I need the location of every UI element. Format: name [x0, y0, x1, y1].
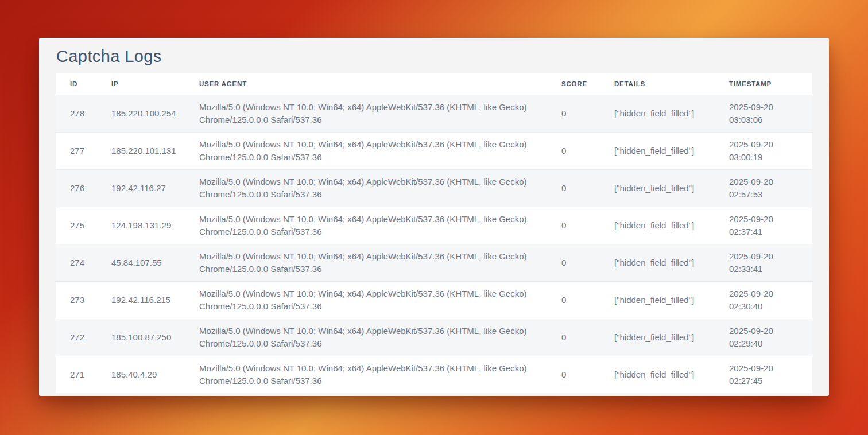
table-row: 27445.84.107.55Mozilla/5.0 (Windows NT 1… [56, 244, 812, 281]
column-header-ip: IP [97, 73, 185, 95]
cell-id: 273 [56, 281, 97, 319]
cell-details: ["hidden_field_filled"] [600, 132, 715, 169]
table-header-row: IDIPUSER AGENTSCOREDETAILSTIMESTAMP [56, 73, 812, 95]
cell-user-agent: Mozilla/5.0 (Windows NT 10.0; Win64; x64… [185, 356, 547, 393]
cell-id: 272 [56, 319, 97, 356]
cell-score: 0 [547, 207, 600, 244]
cell-timestamp: 2025-09-20 02:37:41 [715, 207, 812, 244]
cell-user-agent: Mozilla/5.0 (Windows NT 10.0; Win64; x64… [185, 95, 547, 132]
cell-details: ["hidden_field_filled"] [600, 319, 715, 356]
cell-id: 274 [56, 244, 97, 281]
cell-user-agent: Mozilla/5.0 (Windows NT 10.0; Win64; x64… [185, 207, 547, 244]
column-header-score: SCORE [547, 73, 600, 95]
column-header-user-agent: USER AGENT [185, 73, 547, 95]
cell-id: 278 [56, 95, 97, 132]
column-header-details: DETAILS [600, 73, 715, 95]
cell-score: 0 [547, 169, 600, 207]
cell-ip: 45.84.107.55 [97, 244, 185, 281]
column-header-id: ID [56, 73, 97, 95]
cell-details: ["hidden_field_filled"] [600, 169, 715, 207]
cell-user-agent: Mozilla/5.0 (Windows NT 10.0; Win64; x64… [185, 169, 547, 207]
page-title: Captcha Logs [56, 38, 812, 73]
table-row: 278185.220.100.254Mozilla/5.0 (Windows N… [56, 95, 812, 132]
cell-details: ["hidden_field_filled"] [600, 281, 715, 319]
cell-details: ["hidden_field_filled"] [600, 244, 715, 281]
cell-ip: 192.42.116.215 [97, 281, 185, 319]
cell-score: 0 [547, 244, 600, 281]
cell-id: 277 [56, 132, 97, 169]
cell-ip: 192.42.116.27 [97, 169, 185, 207]
cell-ip: 124.198.131.29 [97, 207, 185, 244]
cell-ip: 185.40.4.29 [97, 356, 185, 393]
captcha-logs-card: Captcha Logs IDIPUSER AGENTSCOREDETAILST… [39, 38, 829, 396]
cell-timestamp: 2025-09-20 03:00:19 [715, 132, 812, 169]
cell-details: ["hidden_field_filled"] [600, 356, 715, 393]
table-row: 272185.100.87.250Mozilla/5.0 (Windows NT… [56, 319, 812, 356]
captcha-logs-table: IDIPUSER AGENTSCOREDETAILSTIMESTAMP 2781… [56, 73, 812, 393]
cell-score: 0 [547, 281, 600, 319]
cell-timestamp: 2025-09-20 02:29:40 [715, 319, 812, 356]
cell-id: 275 [56, 207, 97, 244]
cell-user-agent: Mozilla/5.0 (Windows NT 10.0; Win64; x64… [185, 132, 547, 169]
cell-score: 0 [547, 319, 600, 356]
table-row: 271185.40.4.29Mozilla/5.0 (Windows NT 10… [56, 356, 812, 393]
cell-ip: 185.100.87.250 [97, 319, 185, 356]
cell-user-agent: Mozilla/5.0 (Windows NT 10.0; Win64; x64… [185, 319, 547, 356]
cell-timestamp: 2025-09-20 03:03:06 [715, 95, 812, 132]
table-row: 275124.198.131.29Mozilla/5.0 (Windows NT… [56, 207, 812, 244]
cell-user-agent: Mozilla/5.0 (Windows NT 10.0; Win64; x64… [185, 244, 547, 281]
cell-score: 0 [547, 95, 600, 132]
captcha-logs-table-container: IDIPUSER AGENTSCOREDETAILSTIMESTAMP 2781… [56, 73, 812, 393]
cell-timestamp: 2025-09-20 02:27:45 [715, 356, 812, 393]
cell-details: ["hidden_field_filled"] [600, 207, 715, 244]
column-header-timestamp: TIMESTAMP [715, 73, 812, 95]
cell-id: 271 [56, 356, 97, 393]
cell-user-agent: Mozilla/5.0 (Windows NT 10.0; Win64; x64… [185, 281, 547, 319]
cell-score: 0 [547, 132, 600, 169]
cell-timestamp: 2025-09-20 02:57:53 [715, 169, 812, 207]
cell-timestamp: 2025-09-20 02:33:41 [715, 244, 812, 281]
cell-score: 0 [547, 356, 600, 393]
cell-timestamp: 2025-09-20 02:30:40 [715, 281, 812, 319]
cell-id: 276 [56, 169, 97, 207]
cell-details: ["hidden_field_filled"] [600, 95, 715, 132]
page-background: Captcha Logs IDIPUSER AGENTSCOREDETAILST… [0, 0, 868, 435]
cell-ip: 185.220.101.131 [97, 132, 185, 169]
table-row: 277185.220.101.131Mozilla/5.0 (Windows N… [56, 132, 812, 169]
table-row: 276192.42.116.27Mozilla/5.0 (Windows NT … [56, 169, 812, 207]
cell-ip: 185.220.100.254 [97, 95, 185, 132]
table-row: 273192.42.116.215Mozilla/5.0 (Windows NT… [56, 281, 812, 319]
